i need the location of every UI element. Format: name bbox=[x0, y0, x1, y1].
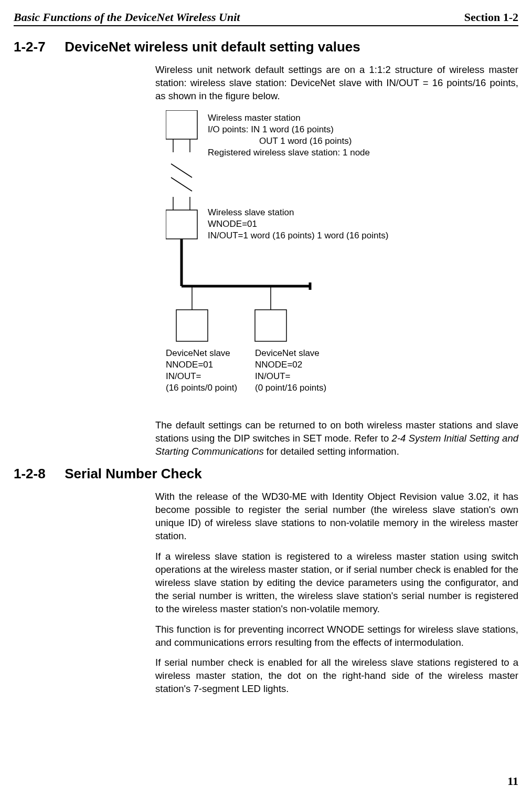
devnet2-label: IN/OUT= bbox=[255, 371, 291, 381]
section-title: DeviceNet wireless unit default setting … bbox=[65, 39, 360, 55]
header-left: Basic Functions of the DeviceNet Wireles… bbox=[14, 11, 240, 24]
section-1-2-8-heading: 1-2-8 Serial Number Check bbox=[14, 466, 518, 482]
devnet1-label: NNODE=01 bbox=[166, 360, 213, 370]
section-number: 1-2-7 bbox=[14, 39, 61, 55]
section-1-2-7-heading: 1-2-7 DeviceNet wireless unit default se… bbox=[14, 39, 518, 55]
devnet1-label: DeviceNet slave bbox=[166, 348, 230, 358]
section-title: Serial Number Check bbox=[65, 466, 202, 481]
devicenet-slave-1-box bbox=[176, 310, 208, 341]
master-station-box bbox=[166, 110, 197, 139]
slave-label: WNODE=01 bbox=[208, 219, 257, 229]
devnet2-label: (0 point/16 points) bbox=[255, 383, 326, 393]
master-label: OUT 1 word (16 points) bbox=[259, 136, 352, 146]
master-label: Registered wireless slave station: 1 nod… bbox=[208, 148, 370, 158]
outro-text-b: for detailed setting information. bbox=[264, 446, 399, 457]
devnet2-label: DeviceNet slave bbox=[255, 348, 320, 358]
devnet1-label: (16 points/0 point) bbox=[166, 383, 237, 393]
section-1-2-8-p4: If serial number check is enabled for al… bbox=[155, 656, 518, 696]
devnet2-label: NNODE=02 bbox=[255, 360, 302, 370]
section-1-2-8-p1: With the release of the WD30-ME with Ide… bbox=[155, 490, 518, 543]
header-right: Section 1-2 bbox=[464, 11, 518, 24]
network-diagram: Wireless master station I/O points: IN 1… bbox=[166, 110, 518, 406]
page-number: 11 bbox=[14, 774, 518, 788]
slave-station-box bbox=[166, 210, 197, 239]
radio-wave-icon bbox=[171, 177, 192, 191]
master-label: Wireless master station bbox=[208, 113, 301, 123]
devicenet-slave-2-box bbox=[255, 310, 286, 341]
master-label: I/O points: IN 1 word (16 points) bbox=[208, 124, 334, 134]
section-1-2-7-outro: The default settings can be returned to … bbox=[155, 419, 518, 458]
devnet1-label: IN/OUT= bbox=[166, 371, 201, 381]
section-1-2-8-p3: This function is for preventing incorrec… bbox=[155, 623, 518, 649]
slave-label: Wireless slave station bbox=[208, 207, 294, 217]
section-1-2-7-intro: Wireless unit network default settings a… bbox=[155, 64, 518, 103]
slave-label: IN/OUT=1 word (16 points) 1 word (16 poi… bbox=[208, 230, 388, 240]
running-header: Basic Functions of the DeviceNet Wireles… bbox=[14, 11, 518, 26]
radio-wave-icon bbox=[171, 164, 192, 177]
network-diagram-svg: Wireless master station I/O points: IN 1… bbox=[166, 110, 502, 404]
section-1-2-8-p2: If a wireless slave station is registere… bbox=[155, 550, 518, 616]
section-number: 1-2-8 bbox=[14, 466, 61, 482]
